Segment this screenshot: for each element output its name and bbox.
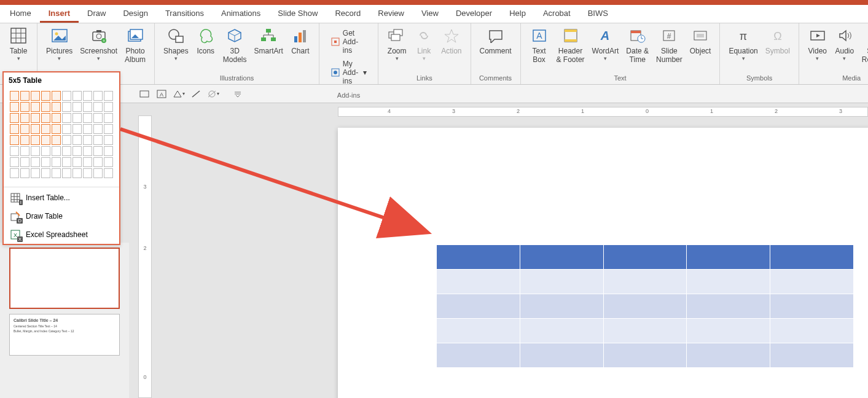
grid-cell[interactable] [72,124,82,134]
table-cell[interactable] [520,294,603,319]
grid-cell[interactable] [83,113,92,123]
header-footer-button[interactable]: Header & Footer [553,25,588,65]
grid-cell[interactable] [10,135,19,145]
table-cell[interactable] [770,343,854,368]
grid-cell[interactable] [62,124,71,134]
3d-models-button[interactable]: 3D Models [219,25,251,65]
grid-cell[interactable] [31,135,40,145]
grid-cell[interactable] [52,124,61,134]
grid-cell[interactable] [104,157,113,167]
grid-cell[interactable] [10,124,19,134]
grid-cell[interactable] [72,135,82,145]
datetime-button[interactable]: Date & Time [622,25,652,65]
grid-cell[interactable] [41,157,50,167]
grid-cell[interactable] [104,146,113,156]
grid-cell[interactable] [52,157,61,167]
grid-cell[interactable] [10,146,19,156]
tab-transitions[interactable]: Transitions [157,5,213,23]
tab-record[interactable]: Record [326,5,369,23]
grid-cell[interactable] [72,102,82,112]
grid-cell[interactable] [52,91,61,101]
grid-cell[interactable] [41,168,50,178]
table-cell[interactable] [770,245,854,270]
grid-cell[interactable] [93,113,103,123]
table-cell[interactable] [687,343,770,368]
table-cell[interactable] [603,294,687,319]
grid-cell[interactable] [52,146,61,156]
grid-cell[interactable] [72,168,82,178]
icons-button[interactable]: Icons [192,25,219,57]
grid-cell[interactable] [104,124,113,134]
grid-cell[interactable] [41,146,50,156]
grid-cell[interactable] [41,102,50,112]
tab-help[interactable]: Help [501,5,534,23]
zoom-button[interactable]: Zoom ▾ [383,25,410,63]
smartart-button[interactable]: SmartArt [250,25,286,57]
table-cell[interactable] [437,245,520,270]
tab-slideshow[interactable]: Slide Show [269,5,326,23]
get-addins-button[interactable]: Get Add-ins [328,27,369,57]
grid-cell[interactable] [62,135,71,145]
grid-cell[interactable] [83,157,92,167]
link-button[interactable]: Link ▾ [410,25,437,63]
tab-draw[interactable]: Draw [79,5,114,23]
tab-acrobat[interactable]: Acrobat [534,5,579,23]
grid-cell[interactable] [62,168,71,178]
tab-insert[interactable]: Insert [40,5,79,23]
grid-cell[interactable] [104,135,113,145]
grid-cell[interactable] [104,168,113,178]
screen-recording-button[interactable]: Screen Recording [858,25,868,65]
grid-cell[interactable] [62,157,71,167]
grid-cell[interactable] [31,91,40,101]
grid-cell[interactable] [93,91,103,101]
slide-thumbnail-1[interactable] [9,248,120,309]
qat-overflow-icon[interactable] [232,88,244,100]
grid-cell[interactable] [83,168,92,178]
excel-spreadsheet-item[interactable]: XX Excel Spreadsheet [4,225,119,244]
inserted-table[interactable] [436,244,854,368]
grid-cell[interactable] [62,91,71,101]
grid-cell[interactable] [93,135,103,145]
grid-cell[interactable] [93,146,103,156]
grid-cell[interactable] [52,168,61,178]
shapes-button[interactable]: Shapes ▾ [160,25,192,63]
table-cell[interactable] [603,270,687,294]
grid-cell[interactable] [20,157,29,167]
slide-thumbnail-2[interactable]: Calibri Slide Title – 24 Centered Sectio… [9,314,120,356]
table-cell[interactable] [687,294,770,319]
grid-cell[interactable] [20,102,29,112]
tab-review[interactable]: Review [369,5,413,23]
grid-cell[interactable] [10,168,19,178]
photo-album-button[interactable]: Photo Album [121,25,149,65]
table-cell[interactable] [437,270,520,294]
pictures-button[interactable]: Pictures ▾ [42,25,76,63]
comment-button[interactable]: Comment [476,25,515,57]
table-cell[interactable] [687,319,770,343]
grid-cell[interactable] [93,124,103,134]
grid-cell[interactable] [83,146,92,156]
grid-cell[interactable] [10,157,19,167]
grid-cell[interactable] [31,157,40,167]
audio-button[interactable]: Audio ▾ [831,25,858,63]
table-grid-picker[interactable] [4,87,119,185]
table-cell[interactable] [687,270,770,294]
tab-home[interactable]: Home [1,5,40,23]
grid-cell[interactable] [104,102,113,112]
grid-cell[interactable] [31,102,40,112]
my-addins-button[interactable]: My Add-ins ▾ [328,58,369,87]
table-button[interactable]: Table ▾ [5,25,32,63]
qat-rectangle-icon[interactable] [138,88,151,100]
grid-cell[interactable] [72,146,82,156]
grid-cell[interactable] [93,168,103,178]
table-cell[interactable] [437,294,520,319]
grid-cell[interactable] [83,135,92,145]
grid-cell[interactable] [72,113,82,123]
video-button[interactable]: Video ▾ [804,25,831,63]
insert-table-item[interactable]: I Insert Table... [4,189,119,207]
grid-cell[interactable] [31,168,40,178]
table-cell[interactable] [770,319,854,343]
grid-cell[interactable] [20,146,29,156]
tab-developer[interactable]: Developer [447,5,501,23]
grid-cell[interactable] [52,135,61,145]
grid-cell[interactable] [20,91,29,101]
